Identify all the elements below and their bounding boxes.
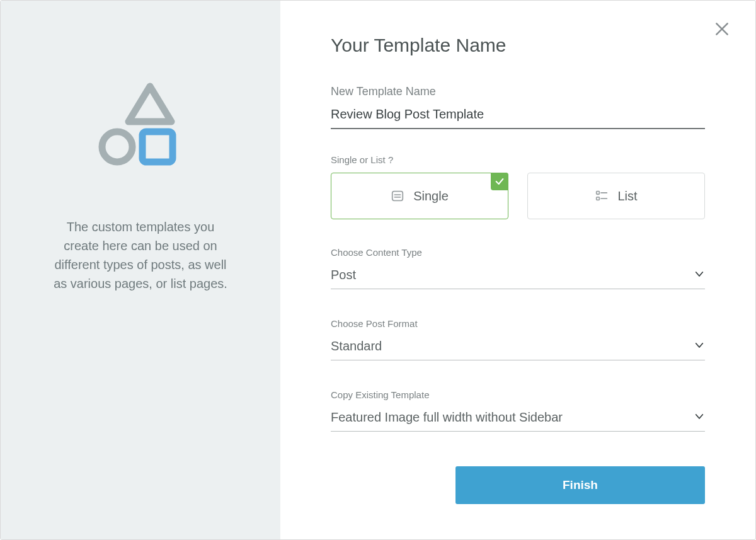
content-type-label: Choose Content Type	[331, 247, 705, 258]
info-description: The custom templates you create here can…	[52, 217, 229, 293]
post-format-group: Choose Post Format Standard	[331, 318, 705, 360]
single-icon	[391, 189, 404, 203]
finish-button[interactable]: Finish	[455, 466, 705, 504]
mode-single-label: Single	[413, 189, 449, 204]
footer: Finish	[331, 466, 705, 520]
page-title: Your Template Name	[331, 35, 705, 56]
mode-label: Single or List ?	[331, 154, 705, 165]
close-icon	[714, 21, 730, 37]
post-format-label: Choose Post Format	[331, 318, 705, 329]
svg-rect-3	[597, 192, 600, 195]
list-icon	[595, 189, 609, 203]
chevron-down-icon	[694, 268, 705, 282]
post-format-value: Standard	[331, 339, 382, 353]
content-type-group: Choose Content Type Post	[331, 247, 705, 289]
close-button[interactable]	[714, 21, 730, 40]
square-icon	[142, 132, 173, 162]
chevron-down-icon	[694, 340, 705, 353]
mode-option-single[interactable]: Single	[331, 173, 508, 219]
post-format-select[interactable]: Standard	[331, 336, 705, 360]
shapes-illustration	[93, 81, 188, 182]
template-name-input[interactable]	[331, 105, 705, 129]
copy-template-value: Featured Image full width without Sideba…	[331, 410, 563, 425]
triangle-icon	[129, 86, 171, 122]
template-name-label: New Template Name	[331, 85, 705, 98]
form-panel: Your Template Name New Template Name Sin…	[280, 1, 755, 539]
chevron-down-icon	[694, 411, 705, 425]
mode-list-label: List	[617, 189, 637, 204]
svg-rect-4	[597, 197, 600, 200]
info-panel: The custom templates you create here can…	[1, 1, 280, 539]
copy-template-label: Copy Existing Template	[331, 389, 705, 400]
copy-template-select[interactable]: Featured Image full width without Sideba…	[331, 408, 705, 432]
check-icon	[495, 176, 505, 187]
selected-badge	[491, 173, 508, 190]
mode-option-list[interactable]: List	[527, 173, 705, 219]
shapes-svg	[93, 81, 188, 182]
svg-rect-0	[392, 192, 403, 201]
mode-toggle-group: Single List	[331, 173, 705, 219]
template-modal: The custom templates you create here can…	[0, 0, 756, 540]
copy-template-group: Copy Existing Template Featured Image fu…	[331, 389, 705, 432]
content-type-select[interactable]: Post	[331, 265, 705, 289]
content-type-value: Post	[331, 268, 356, 282]
circle-icon	[102, 132, 132, 162]
